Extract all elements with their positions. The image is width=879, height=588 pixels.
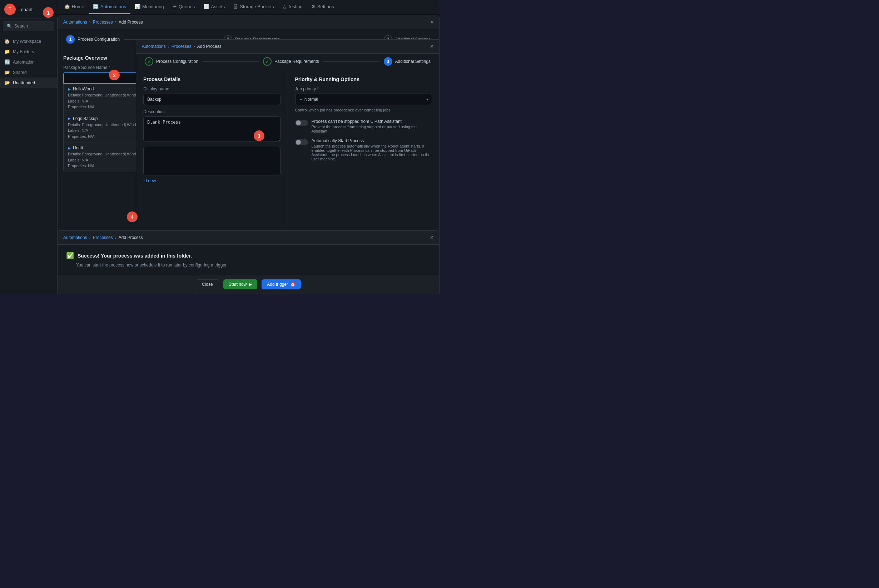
storage-label: Storage Buckets [240,4,274,9]
step-1-num: 1 [66,35,75,44]
testing-icon: △ [283,4,286,9]
toggle-autostart[interactable] [295,139,308,146]
unattended-icon: 📂 [4,80,10,86]
modal3-breadcrumb-processes[interactable]: Processes [93,235,113,240]
toggle-autostart-label: Automatically Start Process [312,138,432,143]
topnav-assets[interactable]: ⬜ Assets [199,0,229,14]
tenant-label: Tenant [19,7,33,12]
description-extra-area [143,147,280,176]
modal3-body: ✅ Success! Your process was added in thi… [57,245,439,275]
sidebar-item-my-folders[interactable]: 📁 My Folders [0,46,57,57]
modal2-steps: ✓ Process Configuration ✓ Package Requir… [136,54,439,69]
add-trigger-label: Add trigger [267,282,288,287]
settings-icon: ⚙ [311,4,315,9]
modal2-step-3-label: Additional Settings [395,59,430,64]
search-icon: 🔍 [7,24,12,28]
toggle-stop-help: Prevent the process from being stopped o… [312,124,432,133]
queues-icon: ☰ [172,4,177,9]
pkg-icon-3: ▶ [68,146,71,150]
start-now-button[interactable]: Start now ▶ [224,279,258,290]
step-1: 1 Process Configuration [66,35,120,44]
sidebar-nav: 🏠 My Workspace 📁 My Folders 🔄 Automation… [0,33,57,294]
automation-label: Automation [13,60,34,64]
topnav-monitoring[interactable]: 📊 Monitoring [130,0,168,14]
modal2-breadcrumb-processes[interactable]: Processes [171,44,192,49]
assets-label: Assets [211,4,225,9]
modal2-step-1-label: Process Configuration [156,59,198,64]
modal2-step-2-num: ✓ [263,57,272,66]
badge-2: 2 [109,70,120,80]
toggle-stop-label: Process can't be stopped from UiPath Ass… [312,119,432,124]
success-description: You can start the process now or schedul… [66,262,430,268]
testing-label: Testing [288,4,303,9]
monitoring-label: Monitoring [142,4,164,9]
process-details-title: Process Details [143,76,280,82]
modal3-footer: Close Start now ▶ Add trigger ⏰ [57,275,439,294]
modal2-breadcrumb-add-process: Add Process [197,44,222,49]
pkg-icon-2: ▶ [68,117,71,120]
modal2-close-button[interactable]: × [430,43,434,50]
automation-icon: 🔄 [4,59,10,64]
top-navigation: 🏠 Home 🔄 Automations 📊 Monitoring ☰ Queu… [57,0,440,14]
sidebar: T Tenant 🔍 Search 🏠 My Workspace 📁 My Fo… [0,0,57,294]
modal2-step-1-num: ✓ [145,57,153,66]
topnav-queues[interactable]: ☰ Queues [168,0,200,14]
modal2-header: Automations › Processes › Add Process × [136,40,439,54]
modal3-close-button[interactable]: × [430,234,434,241]
breadcrumb-processes[interactable]: Processes [93,20,113,25]
start-now-icon: ▶ [249,282,252,287]
sidebar-search-label: Search [14,24,28,28]
modal2-step-2-label: Package Requirements [274,59,319,64]
toggle-stop[interactable] [295,120,308,126]
unattended-label: Unattended [13,80,35,86]
description-label: Description [143,109,280,114]
queues-label: Queues [178,4,195,9]
modal3-breadcrumb-automations[interactable]: Automations [63,235,87,240]
modal3-header: Automations › Processes › Add Process × [57,231,439,245]
modal-success: Automations › Processes › Add Process × … [57,230,440,294]
automations-icon: 🔄 [93,4,99,9]
success-icon: ✅ [66,252,74,260]
home-label: Home [72,4,84,9]
topnav-home[interactable]: 🏠 Home [60,0,88,14]
shared-label: Shared [13,70,27,75]
sidebar-item-shared[interactable]: 📂 Shared [0,67,57,78]
start-now-label: Start now [229,282,247,287]
close-button[interactable]: Close [196,279,219,290]
modal2-step-1: ✓ Process Configuration [145,57,198,66]
sidebar-item-automation[interactable]: 🔄 Automation [0,57,57,67]
shared-icon: 📂 [4,70,10,75]
display-name-input[interactable] [143,94,280,105]
add-trigger-button[interactable]: Add trigger ⏰ [261,279,301,290]
modal1-close-button[interactable]: × [430,19,434,26]
step-1-label: Process Configuration [78,37,120,42]
topnav-automations[interactable]: 🔄 Automations [88,0,130,14]
sidebar-item-unattended[interactable]: 📂 Unattended [0,78,57,88]
job-priority-wrapper: → Normal → Low → High ▾ [295,94,432,105]
pkg-icon: ▶ [68,87,71,91]
automations-label: Automations [100,4,126,9]
badge-4: 4 [127,212,138,222]
topnav-testing[interactable]: △ Testing [278,0,307,14]
settings-label: Settings [317,4,334,9]
modal2-breadcrumb-automations[interactable]: Automations [142,44,166,49]
home-icon: 🏠 [64,4,70,9]
topnav-settings[interactable]: ⚙ Settings [307,0,338,14]
main-content: 🏠 Home 🔄 Automations 📊 Monitoring ☰ Queu… [57,0,440,294]
success-row: ✅ Success! Your process was added in thi… [66,252,430,260]
breadcrumb-automations[interactable]: Automations [63,20,87,25]
assets-icon: ⬜ [203,4,209,9]
topnav-storage-buckets[interactable]: 🗄 Storage Buckets [229,0,278,14]
id-new-label: Id new [143,178,280,183]
my-folders-icon: 📁 [4,49,10,54]
sidebar-search[interactable]: 🔍 Search [3,21,54,31]
tenant-avatar: T [4,4,16,15]
job-priority-select[interactable]: → Normal → Low → High [295,94,432,105]
sidebar-item-my-workspace[interactable]: 🏠 My Workspace [0,36,57,46]
modal2-step-line-2 [323,62,380,62]
modal2-step-line-1 [202,62,259,62]
job-priority-help: Control which job has precedence over co… [295,107,432,113]
modal2-step-2: ✓ Package Requirements [263,57,319,66]
my-workspace-icon: 🏠 [4,39,10,44]
breadcrumb-add-process: Add Process [118,20,143,25]
